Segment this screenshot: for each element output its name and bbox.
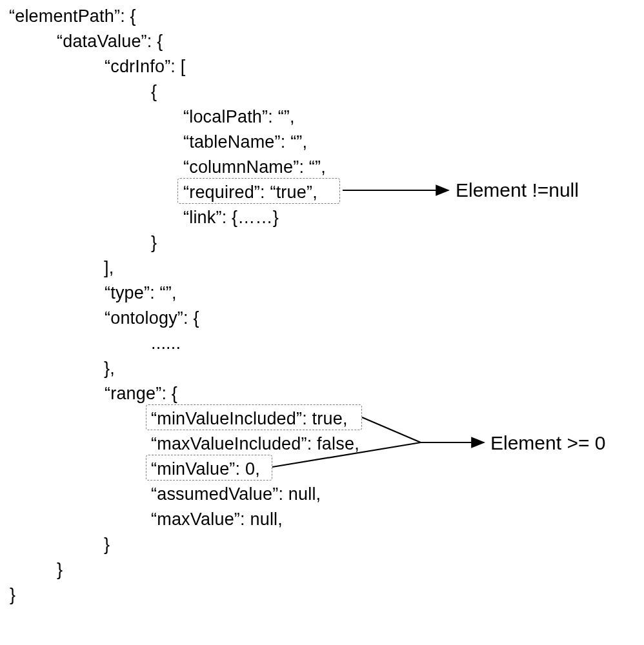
code-line: } bbox=[151, 233, 157, 253]
code-line: “ontology”: { bbox=[105, 308, 199, 328]
highlight-minvalue bbox=[146, 455, 272, 481]
code-line: “elementPath”: { bbox=[9, 6, 136, 26]
code-line: } bbox=[57, 560, 63, 580]
highlight-minvalueincluded bbox=[146, 404, 362, 430]
code-line: }, bbox=[104, 359, 115, 379]
highlight-required bbox=[177, 178, 340, 204]
code-line: “type”: “”, bbox=[105, 283, 177, 303]
svg-line-1 bbox=[362, 417, 421, 442]
code-line: “columnName”: “”, bbox=[183, 157, 326, 177]
diagram-stage: “elementPath”: { “dataValue”: { “cdrInfo… bbox=[0, 0, 644, 645]
code-line: ], bbox=[104, 258, 114, 278]
connector-overlay bbox=[0, 0, 644, 645]
code-line: “link”: {……} bbox=[183, 208, 279, 228]
code-line: “range”: { bbox=[105, 384, 177, 404]
code-line: } bbox=[10, 585, 15, 605]
annotation-not-null: Element !=null bbox=[456, 179, 579, 201]
code-line: “maxValueIncluded”: false, bbox=[151, 434, 359, 454]
code-line: “dataValue”: { bbox=[57, 32, 163, 52]
code-line: ...... bbox=[151, 333, 181, 353]
code-line: “cdrInfo”: [ bbox=[105, 57, 185, 77]
code-line: “localPath”: “”, bbox=[183, 107, 295, 127]
code-line: { bbox=[151, 82, 157, 102]
code-line: “tableName”: “”, bbox=[183, 132, 307, 152]
code-line: } bbox=[104, 535, 110, 555]
annotation-gte-zero: Element >= 0 bbox=[490, 432, 605, 454]
code-line: “maxValue”: null, bbox=[151, 510, 283, 530]
code-line: “assumedValue”: null, bbox=[151, 484, 321, 504]
